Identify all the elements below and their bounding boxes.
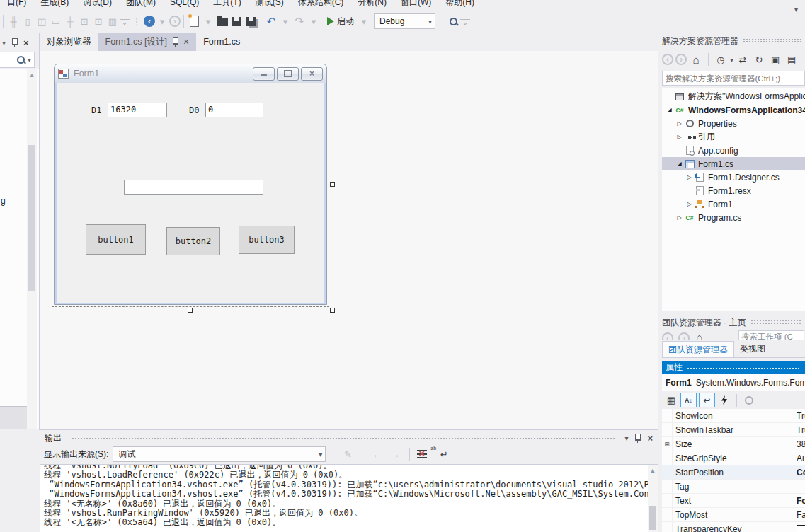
property-value[interactable]	[794, 522, 805, 532]
solution-tree-item[interactable]: ◢ Form1.cs	[662, 157, 805, 170]
form-client-area[interactable]: D1 16320 D0 0 button1 button2 button3	[57, 83, 324, 303]
solution-tree-item[interactable]: 解决方案"WindowsFormsApplication34"	[662, 90, 805, 103]
resize-handle-right[interactable]	[330, 182, 335, 187]
save-icon[interactable]	[232, 17, 241, 26]
button2[interactable]: button2	[166, 227, 220, 255]
menu-item[interactable]: 体系结构(C)	[291, 0, 351, 9]
property-row[interactable]: Size 386, 341	[662, 437, 805, 451]
form-maximize-button[interactable]	[277, 67, 299, 81]
tab-pin-icon[interactable]	[171, 37, 179, 47]
property-value[interactable]: False	[794, 508, 805, 521]
solution-search-input[interactable]	[663, 74, 804, 83]
tab-list-dropdown-icon[interactable]: ▾	[794, 6, 798, 13]
menu-item[interactable]: SQL(Q)	[163, 0, 206, 9]
properties-object-combobox[interactable]: Form1 System.Windows.Forms.Form	[662, 374, 805, 391]
categorized-icon[interactable]: ▦	[664, 393, 678, 407]
property-expand-gutter[interactable]	[662, 480, 673, 493]
property-expand-gutter[interactable]	[662, 494, 673, 507]
menu-item[interactable]: 生成(B)	[33, 0, 76, 9]
start-debug-label[interactable]: 启动	[337, 16, 354, 28]
undo-dropdown-icon[interactable]: ▾	[278, 14, 292, 28]
pin-icon[interactable]	[634, 433, 641, 443]
redo-icon[interactable]: ↷	[292, 14, 307, 28]
property-expand-gutter[interactable]	[662, 466, 673, 479]
property-row[interactable]: ShowInTaskbar True	[662, 423, 805, 437]
start-debug-icon[interactable]	[327, 17, 334, 25]
save-all-icon[interactable]	[246, 17, 256, 26]
menu-item[interactable]: 窗口(W)	[394, 0, 438, 9]
window-position-icon[interactable]: ▾	[624, 434, 628, 442]
events-icon[interactable]	[717, 393, 731, 407]
solution-tree-item[interactable]: ▷ Form1.Designer.cs	[662, 170, 805, 184]
property-value[interactable]: True	[794, 423, 805, 436]
tool-window-tab[interactable]: 类视图	[734, 341, 771, 357]
team-explorer-titlebar[interactable]: 团队资源管理器 - 主页	[662, 317, 805, 328]
find-in-files-icon[interactable]	[450, 18, 457, 25]
designed-form[interactable]: Form1 × D1 16320 D0 0 button1 button2 bu…	[54, 64, 327, 305]
property-value[interactable]: Form1	[794, 494, 805, 507]
start-dropdown-icon[interactable]: ▾	[357, 14, 371, 28]
scrollbar-thumb[interactable]	[649, 506, 656, 530]
tree-expander-icon[interactable]: ▷	[675, 120, 684, 127]
pending-changes-filter-icon[interactable]: ◷	[714, 52, 728, 66]
property-value[interactable]	[794, 480, 805, 493]
button3[interactable]: button3	[239, 226, 295, 254]
next-message-icon[interactable]: →	[388, 447, 402, 461]
toolbar-overflow-icon[interactable]: ⌄	[120, 19, 130, 27]
output-text-area[interactable]: 线程 'vshost.NotifyLoad' (0x69c0) 已退出，返回值为…	[40, 464, 658, 532]
menu-item[interactable]: 调试(D)	[76, 0, 119, 9]
tree-expander-icon[interactable]: ▷	[675, 214, 684, 221]
document-tab[interactable]: Form1.cs ×	[196, 33, 247, 51]
pin-icon[interactable]	[11, 37, 18, 47]
properties-titlebar[interactable]: 属性	[662, 361, 805, 374]
object-browser-scrollbar[interactable]: ▲	[27, 69, 37, 429]
layout-tool-icon[interactable]: ╪	[63, 14, 77, 28]
tree-expander-icon[interactable]: ▷	[685, 174, 694, 180]
properties-view-icon[interactable]: ↩	[699, 393, 715, 407]
menu-item[interactable]: 分析(N)	[350, 0, 394, 9]
new-file-dropdown-icon[interactable]: ▾	[201, 14, 215, 28]
solution-tree-item[interactable]: Form1.resx	[662, 184, 805, 197]
layout-tool-icon[interactable]: ⊡	[77, 14, 91, 28]
property-expand-gutter[interactable]	[662, 508, 673, 521]
textbox-result[interactable]	[124, 180, 263, 195]
sync-selection-icon[interactable]: ⇄	[736, 52, 750, 66]
window-position-icon[interactable]: ▾	[2, 39, 6, 47]
scroll-up-icon[interactable]: ▲	[648, 467, 658, 474]
property-expand-gutter[interactable]	[662, 423, 673, 436]
back-dropdown-icon[interactable]: ▾	[155, 14, 169, 28]
solution-configuration-select[interactable]: Debug ▾	[374, 13, 435, 29]
scroll-up-icon[interactable]: ▲	[27, 71, 37, 79]
tab-close-icon[interactable]: ×	[183, 36, 189, 47]
resize-handle-bottom[interactable]	[188, 308, 193, 313]
menu-item[interactable]: 测试(S)	[249, 0, 291, 9]
output-titlebar[interactable]: 输出 ▾ ×	[39, 430, 658, 446]
filter-dropdown-icon[interactable]: ▾	[730, 56, 733, 64]
property-row[interactable]: Text Form1	[662, 494, 805, 508]
layout-tool-icon[interactable]: ⊡	[91, 14, 105, 28]
property-expand-gutter[interactable]	[662, 451, 673, 465]
property-row[interactable]: StartPosition CenterScreen	[662, 466, 805, 480]
toolbar-overflow-icon[interactable]: ⌄	[460, 19, 470, 27]
search-options-caret-icon[interactable]: ▾	[28, 56, 31, 64]
form-titlebar[interactable]: Form1 ×	[55, 64, 326, 83]
resize-handle-bottom-right[interactable]	[330, 308, 335, 313]
button1[interactable]: button1	[86, 224, 146, 255]
open-file-icon[interactable]	[217, 18, 228, 26]
undo-icon[interactable]: ↶	[264, 14, 278, 28]
solution-tree-item[interactable]: ▷ 引用	[662, 130, 805, 144]
tool-window-tab[interactable]: 团队资源管理器	[662, 341, 734, 357]
textbox-d0[interactable]: 0	[205, 103, 263, 117]
solution-tree-item[interactable]: ▷ Properties	[662, 117, 805, 130]
property-pages-icon[interactable]	[742, 393, 756, 407]
property-value[interactable]: True	[794, 409, 805, 422]
property-value[interactable]: CenterScreen	[794, 466, 805, 479]
solution-tree-item[interactable]: ▷ Form1	[662, 197, 805, 211]
word-wrap-icon[interactable]: ↵	[437, 447, 451, 461]
menu-item[interactable]: 工具(T)	[206, 0, 248, 9]
se-forward-icon[interactable]: ›	[675, 54, 687, 65]
redo-dropdown-icon[interactable]: ▾	[307, 14, 321, 28]
previous-message-icon[interactable]: ←	[370, 447, 384, 461]
textbox-d1[interactable]: 16320	[108, 103, 167, 117]
property-expand-gutter[interactable]	[662, 409, 673, 422]
